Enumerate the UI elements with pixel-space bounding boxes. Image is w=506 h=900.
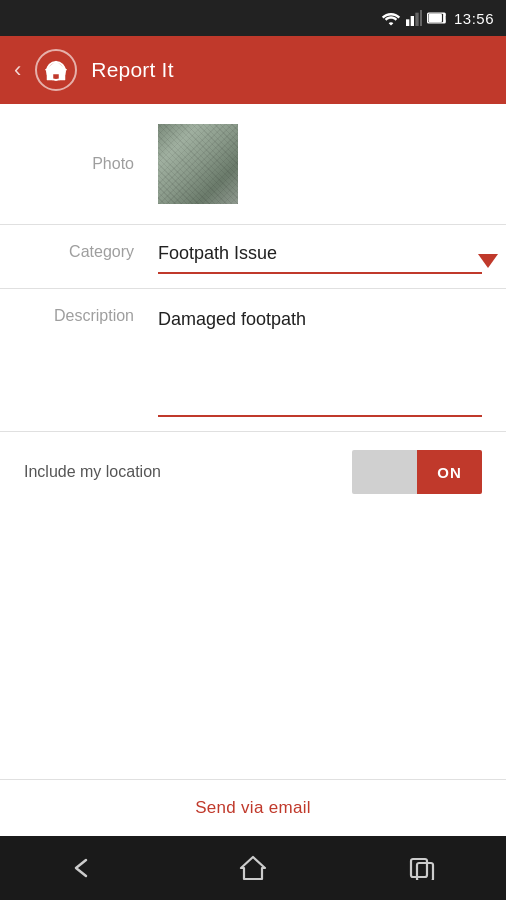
- svg-rect-1: [411, 16, 414, 26]
- description-value: Damaged footpath: [158, 307, 482, 407]
- nav-bar: [0, 836, 506, 900]
- status-icons: 13:56: [381, 10, 494, 27]
- back-button[interactable]: ‹: [14, 57, 21, 83]
- nav-back-button[interactable]: [50, 846, 118, 890]
- svg-rect-7: [446, 16, 449, 21]
- status-bar: 13:56: [0, 0, 506, 36]
- category-row[interactable]: Category Footpath Issue: [0, 225, 506, 289]
- svg-rect-6: [429, 14, 442, 22]
- svg-rect-3: [420, 10, 422, 26]
- photo-thumbnail[interactable]: [158, 124, 238, 204]
- app-logo: [35, 49, 77, 91]
- location-toggle[interactable]: ON: [352, 450, 482, 494]
- dropdown-arrow-icon: [478, 254, 498, 268]
- description-field[interactable]: Damaged footpath: [158, 307, 482, 417]
- description-label: Description: [24, 307, 134, 325]
- toggle-off-part: [352, 450, 417, 494]
- svg-marker-9: [241, 857, 265, 879]
- nav-recents-button[interactable]: [388, 846, 456, 890]
- send-email-button[interactable]: Send via email: [195, 798, 311, 818]
- svg-rect-0: [406, 19, 409, 26]
- category-underline: [158, 272, 482, 274]
- photo-row: Photo: [0, 104, 506, 225]
- svg-rect-10: [411, 859, 427, 877]
- svg-rect-2: [415, 13, 418, 26]
- photo-label: Photo: [24, 155, 134, 173]
- battery-icon: [427, 11, 449, 25]
- location-label: Include my location: [24, 463, 161, 481]
- description-underline: [158, 415, 482, 417]
- app-bar: ‹ Report It: [0, 36, 506, 104]
- send-email-area: Send via email: [0, 779, 506, 836]
- category-field[interactable]: Footpath Issue: [158, 243, 482, 274]
- category-label: Category: [24, 243, 134, 261]
- location-row: Include my location ON: [0, 432, 506, 512]
- wifi-icon: [381, 10, 401, 26]
- content-area: Photo Category Footpath Issue Descriptio…: [0, 104, 506, 512]
- nav-home-button[interactable]: [219, 845, 287, 891]
- toggle-on-part: ON: [417, 450, 482, 494]
- category-value: Footpath Issue: [158, 243, 482, 272]
- status-time: 13:56: [454, 10, 494, 27]
- app-title: Report It: [91, 58, 173, 82]
- toggle-on-label: ON: [437, 464, 462, 481]
- signal-icon: [406, 10, 422, 26]
- description-row[interactable]: Description Damaged footpath: [0, 289, 506, 432]
